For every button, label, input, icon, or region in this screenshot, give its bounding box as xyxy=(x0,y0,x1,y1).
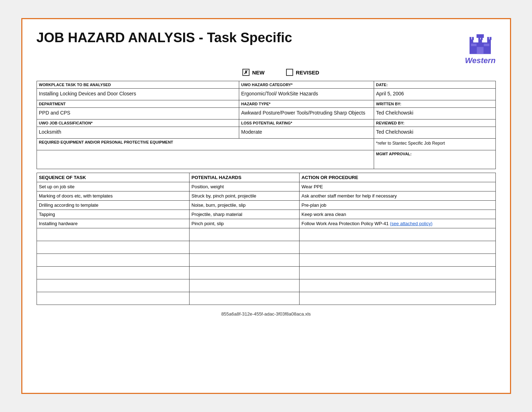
svg-rect-10 xyxy=(477,47,484,54)
table-cell-action: Pre-plan job xyxy=(299,201,495,210)
table-cell-seq xyxy=(37,241,189,254)
table-cell-hazard: Position, weight xyxy=(189,182,299,191)
table-row: TappingProjectile, sharp materialKeep wo… xyxy=(37,210,495,219)
mgmt-approval-label: MGMT APPROVAL: xyxy=(376,152,493,156)
workplace-task-value-cell: Installing Locking Devices and Door Clos… xyxy=(37,89,239,100)
table-cell-seq xyxy=(37,254,189,267)
action-link: (see attached policy) xyxy=(390,221,433,226)
col-header-haz: POTENTIAL HAZARDS xyxy=(189,173,299,182)
svg-rect-13 xyxy=(477,34,484,38)
new-checkbox: ✗ xyxy=(242,69,249,76)
hazard-type-label-cell: HAZARD TYPE* xyxy=(239,100,374,107)
svg-rect-2 xyxy=(478,39,482,44)
department-label-cell: DEPARTMENT xyxy=(37,100,239,107)
svg-rect-8 xyxy=(487,37,489,40)
page-wrapper: JOB HAZARD ANALYSIS - Task Specific West… xyxy=(21,18,511,394)
hazard-type-value-cell: Awkward Posture/Power Tools/Protruding S… xyxy=(239,108,374,119)
uwo-hazard-value-cell: Ergonomic/Tool/ WorkSite Hazards xyxy=(239,89,374,100)
table-cell-action xyxy=(299,292,495,305)
table-cell-action: Ask another staff member for help if nec… xyxy=(299,191,495,201)
logo-castle-icon xyxy=(468,33,493,55)
table-cell-action: Keep work area clean xyxy=(299,210,495,219)
date-label: DATE: xyxy=(376,83,493,87)
table-cell-seq xyxy=(37,267,189,279)
logo-text: Western xyxy=(465,56,495,65)
table-cell-hazard xyxy=(189,241,299,254)
table-row xyxy=(37,228,495,241)
svg-rect-1 xyxy=(470,39,473,44)
reviewed-by-label-cell: REVIEWED BY: xyxy=(374,119,495,127)
table-row xyxy=(37,279,495,292)
date-value: April 5, 2006 xyxy=(376,90,493,99)
reviewed-by-value-cell: Ted Chelchowski xyxy=(374,127,495,138)
stantec-ref-cell: *refer to Stantec Specific Job Report xyxy=(374,139,495,150)
info-row-values-1: Installing Locking Devices and Door Clos… xyxy=(37,89,495,100)
workplace-task-value: Installing Locking Devices and Door Clos… xyxy=(39,90,237,99)
table-cell-action xyxy=(299,279,495,292)
info-row-labels-2: DEPARTMENT HAZARD TYPE* WRITTEN BY: xyxy=(37,100,495,108)
table-cell-hazard: Noise, burn, projectile, slip xyxy=(189,201,299,210)
uwo-job-value: Locksmith xyxy=(39,128,237,137)
required-equipment-label-cell: REQUIRED EQUIPMENT AND/OR PERSONAL PROTE… xyxy=(37,139,374,150)
table-cell-hazard xyxy=(189,267,299,279)
table-cell-action: Follow Work Area Protection Policy WP-41… xyxy=(299,219,495,228)
logo-area: Western xyxy=(465,30,495,65)
table-row: Installing hardwarePinch point, slipFoll… xyxy=(37,219,495,228)
loss-potential-value: Moderate xyxy=(241,128,372,137)
svg-rect-5 xyxy=(472,37,474,40)
reviewed-by-value: Ted Chelchowski xyxy=(376,128,493,137)
table-row: Drilling according to templateNoise, bur… xyxy=(37,201,495,210)
loss-potential-label-cell: LOSS POTENTIAL RATING* xyxy=(239,119,374,127)
table-row: Marking of doors etc, with templatesStru… xyxy=(37,191,495,201)
written-by-value-cell: Ted Chelchowski xyxy=(374,108,495,119)
info-row-values-2: PPD and CPS Awkward Posture/Power Tools/… xyxy=(37,108,495,119)
new-label: NEW xyxy=(252,69,265,76)
info-grid: WORKPLACE TASK TO BE ANALYSED UWO HAZARD… xyxy=(37,81,496,169)
svg-rect-3 xyxy=(487,39,491,44)
revised-checkbox xyxy=(286,69,293,76)
department-value: PPD and CPS xyxy=(39,109,237,118)
written-by-label-cell: WRITTEN BY: xyxy=(374,100,495,107)
written-by-label: WRITTEN BY: xyxy=(376,102,493,106)
hazard-type-value: Awkward Posture/Power Tools/Protruding S… xyxy=(241,109,372,118)
page-title: JOB HAZARD ANALYSIS - Task Specific xyxy=(37,30,292,46)
table-cell-seq xyxy=(37,292,189,305)
footer-file-id: 855a6a8f-312e-455f-adac-3f03f8a08aca.xls xyxy=(221,311,311,317)
written-by-value: Ted Chelchowski xyxy=(376,109,493,118)
mgmt-approval-cell: MGMT APPROVAL: xyxy=(374,150,495,169)
table-cell-seq xyxy=(37,279,189,292)
table-cell-action: Wear PPE xyxy=(299,182,495,191)
uwo-hazard-label-cell: UWO HAZARD CATEGORY* xyxy=(239,81,374,88)
workplace-task-label-cell: WORKPLACE TASK TO BE ANALYSED xyxy=(37,81,239,88)
required-equipment-value-cell xyxy=(37,150,374,169)
table-cell-action xyxy=(299,228,495,241)
revised-label: REVISED xyxy=(296,69,319,76)
uwo-hazard-label: UWO HAZARD CATEGORY* xyxy=(241,83,372,87)
date-value-cell: April 5, 2006 xyxy=(374,89,495,100)
uwo-job-label-cell: UWO JOB CLASSIFICATION* xyxy=(37,119,239,127)
table-row xyxy=(37,241,495,254)
department-label: DEPARTMENT xyxy=(39,102,237,106)
info-row-required-values: MGMT APPROVAL: xyxy=(37,150,495,169)
info-row-required-label: REQUIRED EQUIPMENT AND/OR PERSONAL PROTE… xyxy=(37,139,495,150)
table-cell-hazard xyxy=(189,228,299,241)
col-header-act: ACTION OR PROCEDURE xyxy=(299,173,495,182)
date-label-cell: DATE: xyxy=(374,81,495,88)
header-section: JOB HAZARD ANALYSIS - Task Specific West… xyxy=(37,30,496,65)
footer: 855a6a8f-312e-455f-adac-3f03f8a08aca.xls xyxy=(37,311,496,317)
workplace-task-label: WORKPLACE TASK TO BE ANALYSED xyxy=(39,83,237,87)
table-row xyxy=(37,292,495,305)
loss-potential-label: LOSS POTENTIAL RATING* xyxy=(241,121,372,125)
col-header-seq: SEQUENCE OF TASK xyxy=(37,173,189,182)
table-cell-hazard: Projectile, sharp material xyxy=(189,210,299,219)
required-equipment-label: REQUIRED EQUIPMENT AND/OR PERSONAL PROTE… xyxy=(39,140,372,144)
table-cell-hazard xyxy=(189,292,299,305)
uwo-job-value-cell: Locksmith xyxy=(37,127,239,138)
table-row xyxy=(37,254,495,267)
svg-rect-4 xyxy=(470,37,471,40)
table-cell-seq xyxy=(37,228,189,241)
reviewed-by-label: REVIEWED BY: xyxy=(376,121,493,125)
svg-rect-9 xyxy=(490,37,492,40)
revised-status: REVISED xyxy=(286,69,319,76)
hazard-type-label: HAZARD TYPE* xyxy=(241,102,372,106)
